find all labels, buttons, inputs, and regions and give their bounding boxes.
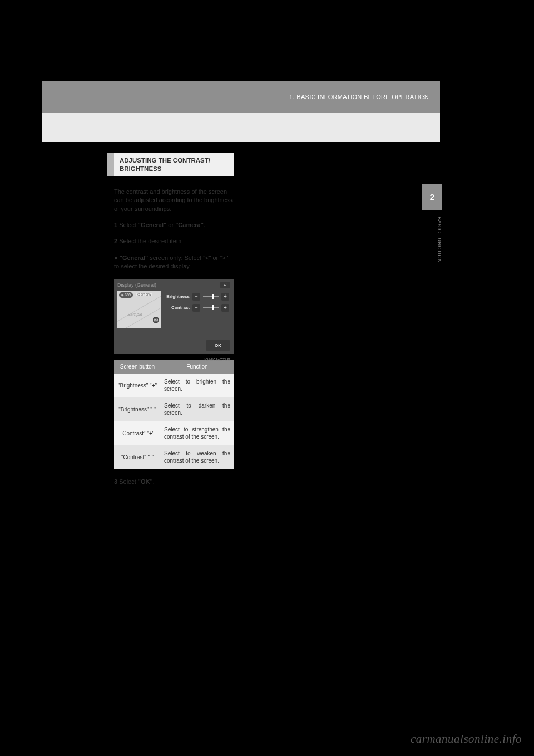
brightness-row: Brightness − + bbox=[164, 293, 230, 301]
header-bar: 1. BASIC INFORMATION BEFORE OPERATION bbox=[42, 81, 440, 113]
ss-body: ◈ NW C ST SW Sample 110 Brightness − + C… bbox=[117, 291, 230, 330]
header-text: 1. BASIC INFORMATION BEFORE OPERATION bbox=[289, 94, 429, 100]
cell-function: Select to weaken the contrast of the scr… bbox=[161, 445, 234, 469]
step-2a: ● "General" screen only: Select "<" or "… bbox=[114, 254, 234, 271]
table-row: "Brightness" "-" Select to darken the sc… bbox=[114, 397, 234, 421]
table-header-button: Screen button bbox=[114, 360, 161, 374]
slider-thumb-icon bbox=[212, 294, 214, 299]
step-1-before: Select bbox=[119, 222, 138, 228]
contrast-row: Contrast − + bbox=[164, 304, 230, 312]
ss-title-bar: Display (General) ⤶ bbox=[117, 282, 230, 288]
sub-header bbox=[42, 113, 440, 142]
minus-icon: − bbox=[195, 294, 198, 300]
function-table: Screen button Function "Brightness" "+" … bbox=[114, 360, 234, 469]
sample-label: Sample bbox=[127, 312, 142, 317]
section-title: ADJUSTING THE CONTRAST/ BRIGHTNESS bbox=[114, 153, 234, 176]
step-3-bold: "OK" bbox=[138, 478, 153, 485]
cell-button: "Contrast" "-" bbox=[114, 445, 161, 469]
plus-icon: + bbox=[224, 305, 227, 311]
step-2-num: 2 bbox=[114, 238, 117, 244]
section-title-text: ADJUSTING THE CONTRAST/ BRIGHTNESS bbox=[120, 157, 210, 172]
side-tab-text: BASIC FUNCTION bbox=[422, 217, 442, 263]
step-3-before: Select bbox=[119, 478, 138, 485]
ok-label: OK bbox=[215, 343, 221, 348]
compass-icon: ◈ NW bbox=[119, 292, 133, 298]
table-row: "Brightness" "+" Select to brighten the … bbox=[114, 374, 234, 397]
step-2: 2 Select the desired item. bbox=[114, 237, 234, 246]
cell-button: "Contrast" "+" bbox=[114, 421, 161, 445]
contrast-minus-button[interactable]: − bbox=[192, 304, 200, 312]
image-code: IGA801aCTUS bbox=[204, 357, 230, 361]
step-2a-bold: "General" bbox=[120, 254, 148, 261]
ss-title-text: Display (General) bbox=[117, 282, 156, 288]
back-button[interactable]: ⤶ bbox=[220, 282, 230, 288]
brightness-plus-button[interactable]: + bbox=[221, 293, 229, 301]
brightness-label: Brightness bbox=[164, 294, 190, 299]
display-screenshot: Display (General) ⤶ ◈ NW C ST SW Sample … bbox=[114, 279, 234, 354]
ss-controls: Brightness − + Contrast − + bbox=[164, 291, 230, 330]
intro-paragraph: The contrast and brightness of the scree… bbox=[114, 188, 234, 213]
ss-map-preview: ◈ NW C ST SW Sample 110 bbox=[117, 291, 161, 328]
step-1-num: 1 bbox=[114, 222, 117, 228]
content-column: ADJUSTING THE CONTRAST/ BRIGHTNESS The c… bbox=[114, 153, 234, 485]
step-1-bold1: "General" bbox=[138, 222, 166, 228]
minus-icon: − bbox=[195, 305, 198, 311]
table-header-row: Screen button Function bbox=[114, 360, 234, 374]
back-icon: ⤶ bbox=[223, 282, 228, 288]
contrast-plus-button[interactable]: + bbox=[221, 304, 229, 312]
cell-function: Select to strengthen the contrast of the… bbox=[161, 421, 234, 445]
brightness-minus-button[interactable]: − bbox=[192, 293, 200, 301]
cell-button: "Brightness" "-" bbox=[114, 397, 161, 421]
cell-function: Select to brighten the screen. bbox=[161, 374, 234, 397]
table-row: "Contrast" "-" Select to weaken the cont… bbox=[114, 445, 234, 469]
contrast-label: Contrast bbox=[164, 305, 190, 310]
watermark: carmanualsonline.info bbox=[411, 732, 522, 746]
step-1-after: . bbox=[204, 222, 205, 228]
table-header-function: Function bbox=[161, 360, 234, 374]
step-3: 3 Select "OK". bbox=[114, 478, 234, 485]
step-2-text: Select the desired item. bbox=[119, 238, 183, 244]
street-label: C ST SW bbox=[136, 293, 152, 296]
compass-label: NW bbox=[125, 293, 131, 297]
route-shield-icon: 110 bbox=[153, 317, 159, 323]
plus-icon: + bbox=[224, 294, 227, 300]
step-3-num: 3 bbox=[114, 478, 117, 485]
brightness-slider[interactable] bbox=[203, 296, 219, 297]
page-area: 39 1. BASIC INFORMATION BEFORE OPERATION… bbox=[42, 81, 440, 692]
table-row: "Contrast" "+" Select to strengthen the … bbox=[114, 421, 234, 445]
cell-function: Select to darken the screen. bbox=[161, 397, 234, 421]
step-1-mid: or bbox=[166, 222, 175, 228]
contrast-slider[interactable] bbox=[203, 307, 219, 308]
step-1-bold2: "Camera" bbox=[175, 222, 204, 228]
side-tab[interactable]: 2 bbox=[422, 184, 442, 210]
slider-thumb-icon bbox=[212, 305, 214, 310]
cell-button: "Brightness" "+" bbox=[114, 374, 161, 397]
page-number: 39 bbox=[422, 92, 429, 100]
ok-button[interactable]: OK bbox=[206, 340, 230, 351]
step-1: 1 Select "General" or "Camera". bbox=[114, 221, 234, 229]
side-tab-label: 2 bbox=[430, 192, 434, 202]
step-3-after: . bbox=[153, 478, 155, 485]
